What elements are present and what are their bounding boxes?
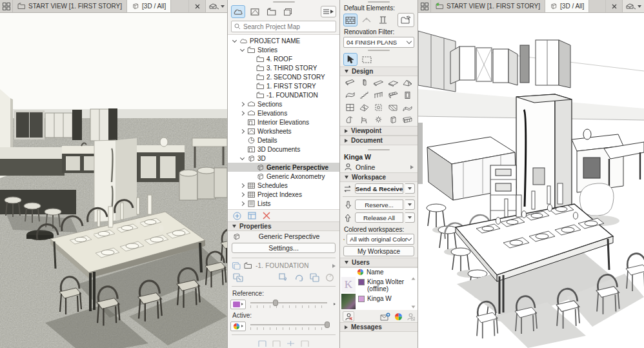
chevron-expanded-icon[interactable] — [239, 158, 245, 159]
opening-tool[interactable] — [372, 101, 386, 113]
tree-item-elevations[interactable]: Elevations — [228, 108, 339, 118]
wall-tool[interactable] — [343, 77, 357, 88]
view-orientation-button[interactable] — [205, 0, 227, 12]
tab-3d-all[interactable]: [3D / All] — [127, 0, 171, 12]
user-row-kinga-wolter[interactable]: K Kinga Wolter(offline) — [340, 276, 418, 293]
skylight-tool[interactable] — [357, 101, 371, 113]
hide-offline-users-button[interactable] — [343, 311, 354, 322]
tree-item-lists[interactable]: Lists — [228, 199, 339, 208]
right-3d-scene[interactable] — [418, 13, 644, 348]
chevron-collapsed-icon[interactable] — [239, 184, 245, 187]
search-input[interactable] — [243, 23, 333, 30]
mesh-tool[interactable] — [401, 101, 415, 113]
tree-item-foundation[interactable]: -1. FOUNDATION — [228, 90, 339, 99]
story-selector-row[interactable]: -1. FOUNDATION — [228, 260, 339, 271]
chevron-right-icon[interactable] — [334, 303, 336, 305]
tab-overview-button[interactable] — [418, 0, 431, 12]
release-all-button[interactable]: Release All — [355, 212, 403, 223]
tree-item-stories[interactable]: Stories — [228, 45, 339, 54]
layout-book-button[interactable] — [265, 5, 279, 18]
partial-icon[interactable] — [258, 340, 267, 347]
beam-tool[interactable] — [372, 77, 386, 88]
tree-item-roof[interactable]: 4. ROOF — [228, 54, 339, 63]
lamp-tool[interactable] — [372, 114, 386, 125]
object-tool[interactable] — [357, 114, 371, 125]
partial-icon[interactable] — [287, 340, 295, 347]
tree-item-3d-documents[interactable]: 3D Documents — [228, 145, 339, 154]
tree-item-worksheets[interactable]: Worksheets — [228, 127, 339, 136]
design-section-header[interactable]: Design — [340, 67, 418, 76]
tree-item-interior-elevations[interactable]: Interior Elevations — [228, 118, 339, 127]
tab-3d-all[interactable]: [3D / All] — [545, 0, 589, 12]
default-roof-button[interactable] — [359, 14, 374, 26]
window-tool[interactable] — [343, 101, 357, 113]
grid-element-tool[interactable] — [401, 114, 415, 125]
curtain-wall-tool[interactable] — [386, 89, 400, 101]
scroll-up-icon[interactable] — [411, 277, 416, 280]
tree-item-first-story[interactable]: 1. FIRST STORY — [228, 81, 339, 90]
refresh-icon[interactable] — [325, 273, 334, 282]
messages-section-header[interactable]: Messages — [340, 322, 418, 332]
zone-tool[interactable] — [386, 101, 400, 113]
partial-icon[interactable] — [301, 340, 309, 347]
person-box-icon[interactable] — [407, 312, 415, 321]
tree-item-project-indexes[interactable]: Project Indexes — [228, 190, 339, 199]
view-map-button[interactable] — [248, 5, 262, 18]
slider-thumb[interactable] — [273, 300, 278, 306]
default-wall-button[interactable] — [343, 14, 357, 26]
tree-item-generic-perspective[interactable]: Generic Perspective — [228, 163, 339, 172]
workspace-section-header[interactable]: Workspace — [340, 172, 418, 182]
arrow-tool-button[interactable] — [343, 53, 357, 66]
chevron-expanded-icon[interactable] — [239, 49, 245, 51]
renovation-filter-dropdown[interactable]: 04 FINISH PLANS — [343, 37, 414, 48]
colored-workspaces-dropdown[interactable]: All with original Color — [347, 234, 414, 245]
tree-item-generic-axonometry[interactable]: Generic Axonometry — [228, 172, 339, 181]
message-plus-icon[interactable] — [380, 312, 390, 321]
document-section-header[interactable]: Document — [340, 136, 418, 145]
users-scrollbar[interactable] — [410, 277, 417, 309]
chevron-collapsed-icon[interactable] — [239, 193, 245, 196]
online-status-row[interactable]: Online — [340, 161, 418, 172]
tab-start-view[interactable]: START VIEW [1. FIRST STORY] — [13, 0, 127, 12]
reference-color-button[interactable] — [230, 300, 246, 309]
navigator-menu-button[interactable] — [321, 6, 336, 17]
left-3d-scene[interactable] — [0, 13, 227, 348]
my-workspace-button[interactable]: My Workspace — [343, 246, 414, 256]
close-tab-button[interactable] — [188, 0, 205, 12]
tree-item-3d[interactable]: 3D — [228, 154, 339, 163]
send-receive-button[interactable]: Send & Receive — [355, 183, 404, 194]
view-orientation-button[interactable] — [622, 0, 644, 12]
drag-elements-icon[interactable] — [279, 273, 288, 283]
tree-item-third-story[interactable]: 3. THIRD STORY — [228, 63, 339, 72]
chevron-expanded-icon[interactable] — [232, 40, 237, 42]
close-tab-button[interactable] — [605, 0, 622, 12]
favorites-button[interactable] — [397, 13, 414, 27]
release-all-dropdown[interactable] — [405, 212, 415, 223]
chevron-collapsed-icon[interactable] — [239, 202, 245, 205]
rotate-elements-icon[interactable] — [294, 273, 304, 283]
active-opacity-slider[interactable] — [249, 321, 328, 331]
column-tool[interactable] — [357, 77, 371, 88]
project-map-button[interactable] — [231, 5, 245, 18]
default-column-button[interactable] — [376, 14, 390, 26]
railing-tool[interactable] — [372, 89, 386, 101]
publisher-button[interactable] — [281, 5, 296, 18]
tree-item-project-name[interactable]: PROJECT NAME — [228, 36, 339, 45]
active-color-button[interactable] — [230, 322, 246, 331]
chevron-collapsed-icon[interactable] — [239, 103, 245, 106]
viewpoint-section-header[interactable]: Viewpoint — [340, 126, 418, 136]
transfer-settings-icon[interactable] — [233, 273, 243, 282]
tree-item-details[interactable]: Details — [228, 136, 339, 145]
schedule-settings-icon[interactable] — [248, 212, 256, 220]
tab-start-view[interactable]: START VIEW [1. FIRST STORY] — [431, 0, 545, 12]
reserve-button[interactable]: Reserve... — [355, 200, 403, 210]
tree-item-second-story[interactable]: 2. SECOND STORY — [228, 72, 339, 81]
reserve-dropdown[interactable] — [405, 200, 415, 210]
stair-tool[interactable] — [357, 89, 371, 101]
tree-item-sections[interactable]: Sections — [228, 99, 339, 108]
reference-opacity-slider[interactable] — [249, 299, 328, 309]
chevron-collapsed-icon[interactable] — [239, 130, 245, 133]
users-name-header[interactable]: Name — [340, 268, 418, 276]
roof-tool[interactable] — [401, 77, 415, 88]
color-wheel-icon[interactable] — [394, 312, 403, 321]
